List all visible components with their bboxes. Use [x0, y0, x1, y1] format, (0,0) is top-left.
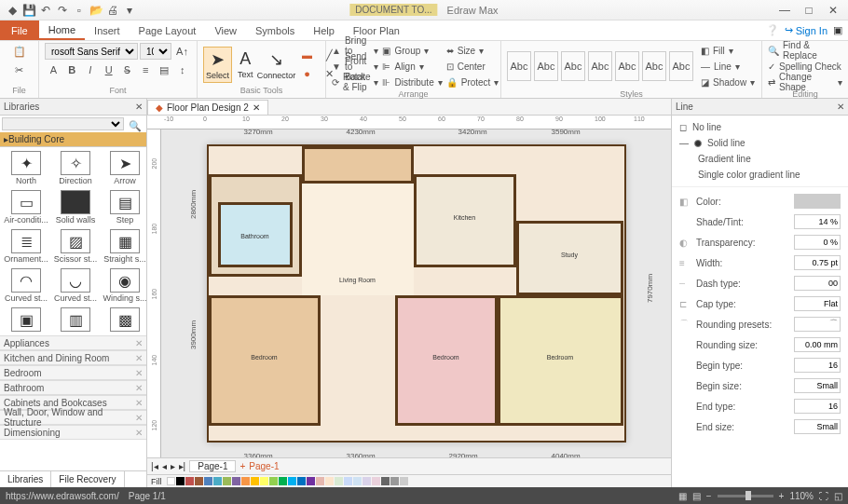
swatch[interactable] — [195, 477, 203, 485]
copy-icon[interactable]: ✂ — [10, 61, 29, 78]
begin-type-input[interactable] — [794, 358, 841, 373]
tab-libraries[interactable]: Libraries — [0, 471, 51, 487]
style-preset-7[interactable]: Abc — [669, 51, 693, 81]
room-kitchen[interactable]: Kitchen — [414, 174, 516, 267]
distribute-button[interactable]: ⊪Distribute▾ — [382, 75, 442, 89]
library-category[interactable]: ▸ Building Core — [0, 132, 146, 147]
swatch[interactable] — [372, 477, 380, 485]
paste-icon[interactable]: 📋 — [10, 43, 29, 60]
style-preset-4[interactable]: Abc — [588, 51, 612, 81]
connector-tool[interactable]: ↘Connector — [259, 48, 294, 82]
transparency-input[interactable] — [794, 235, 841, 250]
end-type-input[interactable] — [794, 399, 841, 414]
bold-icon[interactable]: B — [63, 61, 81, 78]
print-icon[interactable]: 🖨 — [105, 3, 120, 18]
shape-extra-3[interactable]: ▩ — [101, 306, 146, 334]
fit-page-icon[interactable]: ⛶ — [819, 491, 828, 501]
signin-link[interactable]: ↪Sign In — [785, 24, 827, 36]
doc-tab[interactable]: ◆ Floor Plan Design 2 ✕ — [147, 100, 268, 115]
swatch[interactable] — [241, 477, 250, 485]
menu-help[interactable]: Help — [304, 20, 344, 40]
page-nav-first-icon[interactable]: |◂ — [151, 461, 158, 471]
page-nav-next-icon[interactable]: ▸ — [171, 461, 175, 471]
file-tab[interactable]: File — [0, 20, 39, 40]
shape-extra-2[interactable]: ▥ — [51, 306, 100, 334]
align-button[interactable]: ⊫Align▾ — [382, 59, 442, 74]
page-tab-1[interactable]: Page-1 — [189, 460, 236, 472]
shape-north[interactable]: ✦North — [2, 149, 50, 187]
shape-solid-walls[interactable]: Solid walls — [51, 188, 100, 226]
swatch[interactable] — [297, 477, 306, 485]
end-size-input[interactable] — [794, 419, 841, 434]
swatch[interactable] — [316, 477, 324, 485]
dash-input[interactable] — [794, 276, 841, 291]
round-presets-select[interactable]: ⌒ — [794, 317, 841, 332]
shade-input[interactable] — [794, 214, 841, 229]
minimize-button[interactable]: — — [773, 2, 796, 19]
swatch[interactable] — [390, 477, 399, 485]
room-living[interactable]: Living Room — [302, 184, 414, 295]
select-tool[interactable]: ➤Select — [203, 47, 232, 83]
rotate-flip-button[interactable]: ⟳Rotate & Flip▾ — [332, 75, 378, 89]
font-size-select[interactable]: 10 — [140, 43, 171, 60]
group-button[interactable]: ▣Group▾ — [382, 43, 442, 58]
color-picker[interactable] — [794, 194, 841, 209]
section-wall-door[interactable]: Wall, Door, Window and Structure✕ — [0, 410, 146, 425]
change-shape-button[interactable]: ⇄Change Shape▾ — [768, 75, 842, 89]
fill-button[interactable]: ◧Fill▾ — [701, 43, 755, 58]
menu-home[interactable]: Home — [39, 20, 85, 40]
shape-direction[interactable]: ✧Direction — [51, 149, 100, 187]
menu-view[interactable]: View — [205, 20, 246, 40]
shape-winding-stairs[interactable]: ◉Winding s... — [101, 266, 146, 305]
room-bathroom[interactable]: Bathroom — [218, 202, 293, 267]
shape-rect-icon[interactable]: ▬ — [298, 47, 317, 63]
style-preset-6[interactable]: Abc — [642, 51, 666, 81]
opt-gradient-line[interactable]: Gradient line — [676, 151, 844, 167]
section-bedroom[interactable]: Bedroom✕ — [0, 365, 146, 380]
page-nav-last-icon[interactable]: ▸| — [179, 461, 186, 471]
room-bedroom-2[interactable]: Bedroom — [395, 295, 498, 426]
tab-file-recovery[interactable]: File Recovery — [51, 471, 124, 487]
section-kitchen[interactable]: Kitchen and Dining Room✕ — [0, 350, 146, 365]
open-icon[interactable]: 📂 — [89, 3, 103, 18]
zoom-slider[interactable] — [718, 495, 773, 497]
opt-solid-line[interactable]: —Solid line — [676, 135, 844, 151]
swatch[interactable] — [213, 477, 222, 485]
page-nav-prev-icon[interactable]: ◂ — [162, 461, 167, 471]
fullscreen-icon[interactable]: ◱ — [834, 491, 842, 501]
text-tool[interactable]: AText — [236, 48, 255, 81]
zoom-out-icon[interactable]: − — [706, 491, 712, 501]
width-input[interactable] — [794, 255, 841, 270]
ribbon-collapse-icon[interactable]: ▣ — [833, 24, 842, 36]
zoom-in-icon[interactable]: + — [779, 491, 785, 501]
cap-input[interactable] — [794, 296, 841, 311]
font-family-select[interactable]: rosoft Sans Serif — [45, 43, 138, 60]
shape-ornament[interactable]: ≣Ornament... — [2, 227, 50, 266]
swatch[interactable] — [269, 477, 278, 485]
help-icon[interactable]: ❔ — [766, 24, 779, 36]
line-spacing-icon[interactable]: ↕ — [173, 61, 191, 78]
menu-symbols[interactable]: Symbols — [246, 20, 304, 40]
underline-icon[interactable]: U — [100, 61, 117, 78]
align-left-icon[interactable]: ▤ — [156, 61, 173, 78]
undo-icon[interactable]: ↶ — [38, 3, 53, 18]
style-preset-5[interactable]: Abc — [615, 51, 639, 81]
swatch[interactable] — [400, 477, 408, 485]
style-preset-3[interactable]: Abc — [561, 51, 585, 81]
chevron-down-icon[interactable]: ▾ — [122, 3, 137, 18]
swatch[interactable] — [288, 477, 296, 485]
room-terrace[interactable] — [302, 146, 414, 184]
begin-size-input[interactable] — [794, 378, 841, 393]
swatch[interactable] — [232, 477, 240, 485]
shape-extra-1[interactable]: ▣ — [2, 306, 50, 334]
swatch[interactable] — [260, 477, 268, 485]
swatch[interactable] — [381, 477, 390, 485]
style-preset-1[interactable]: Abc — [507, 51, 531, 81]
libraries-close-icon[interactable]: ✕ — [135, 102, 143, 112]
size-button[interactable]: ⬌Size▾ — [446, 43, 499, 58]
swatch[interactable] — [185, 477, 194, 485]
shape-scissor-stairs[interactable]: ▨Scissor st... — [51, 227, 100, 266]
close-button[interactable]: ✕ — [822, 2, 844, 19]
find-replace-button[interactable]: 🔍Find & Replace — [768, 43, 842, 58]
shape-arrow[interactable]: ➤Arrow — [101, 149, 146, 187]
